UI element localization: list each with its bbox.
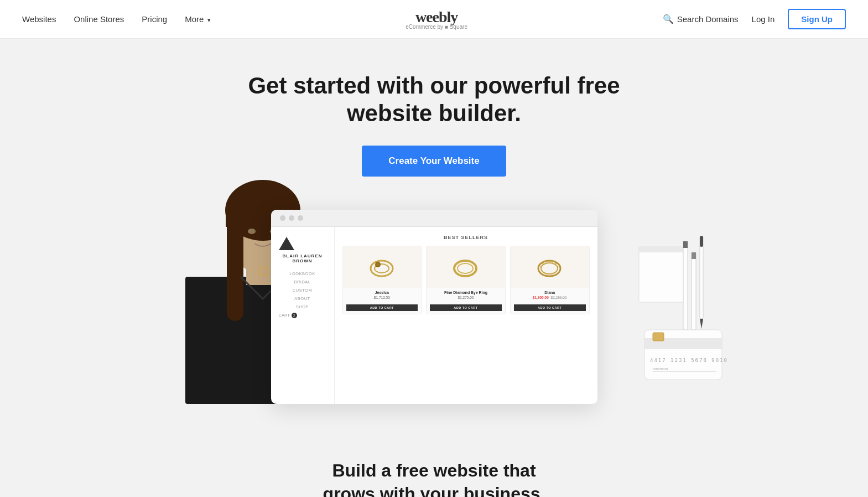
product-price-diana: $1,900.00 $2,299.00 — [514, 296, 586, 299]
svg-point-23 — [555, 262, 557, 264]
svg-text:mmmmm: mmmmm — [653, 366, 668, 371]
search-domains-button[interactable]: 🔍 Search Domains — [663, 14, 739, 24]
nav-left: Websites Online Stores Pricing More ▾ — [22, 14, 211, 24]
svg-text:4417  1231  5678  9010: 4417 1231 5678 9010 — [650, 358, 728, 363]
decorative-illustration: 4417 1231 5678 9010 mmmmm — [628, 236, 739, 393]
store-nav-shop[interactable]: SHOP — [279, 304, 326, 309]
svg-point-22 — [552, 261, 554, 262]
svg-point-24 — [557, 266, 559, 267]
browser-content: BLAIR LAUREN BROWN LOOKBOOK BRIDAL CUSTO… — [271, 227, 597, 404]
product-sale-price: $1,900.00 — [533, 296, 549, 299]
product-info-diana: Diana $1,900.00 $2,299.00 ADD TO CART — [511, 288, 589, 314]
store-logo: BLAIR LAUREN BROWN — [279, 237, 326, 263]
store-nav-custom[interactable]: CUSTOM — [279, 288, 326, 293]
hero-section: Get started with our powerful free websi… — [0, 39, 868, 432]
store-nav-lookbook[interactable]: LOOKBOOK — [279, 271, 326, 276]
product-image-diana — [511, 246, 589, 288]
svg-marker-34 — [700, 319, 703, 329]
store-name: BLAIR LAUREN BROWN — [279, 253, 326, 263]
product-card-diamond: Fine Diamond Eye Ring $1,275.00 ADD TO C… — [426, 246, 506, 314]
nav-right: 🔍 Search Domains Log In Sign Up — [663, 9, 846, 29]
svg-rect-35 — [700, 236, 703, 247]
nav-more[interactable]: More ▾ — [185, 14, 210, 24]
hero-headline: Get started with our powerful free websi… — [241, 72, 628, 128]
product-info-jessica: Jessica $1,712.50 ADD TO CART — [343, 288, 422, 314]
svg-point-20 — [545, 261, 547, 262]
nav-pricing[interactable]: Pricing — [142, 14, 167, 24]
create-website-button[interactable]: Create Your Website — [362, 146, 506, 177]
cart-count-badge: 2 — [292, 313, 297, 318]
svg-point-21 — [549, 260, 550, 262]
add-to-cart-diana[interactable]: ADD TO CART — [514, 304, 586, 311]
svg-point-18 — [540, 266, 542, 267]
logo-sub: eCommerce by ■ Square — [406, 24, 467, 30]
hero-visuals: BLAIR LAUREN BROWN LOOKBOOK BRIDAL CUSTO… — [11, 210, 857, 404]
product-image-jessica — [343, 246, 422, 288]
svg-point-17 — [541, 263, 558, 274]
svg-rect-27 — [683, 241, 688, 330]
svg-point-19 — [542, 262, 544, 264]
svg-point-13 — [376, 263, 380, 266]
product-info-diamond: Fine Diamond Eye Ring $1,275.00 ADD TO C… — [427, 288, 505, 314]
store-nav-about[interactable]: ABOUT — [279, 296, 326, 301]
add-to-cart-jessica[interactable]: ADD TO CART — [346, 304, 418, 311]
product-name-diamond: Fine Diamond Eye Ring — [430, 291, 502, 294]
chevron-down-icon: ▾ — [207, 17, 211, 23]
browser-titlebar — [271, 210, 597, 227]
products-grid: Jessica $1,712.50 ADD TO CART — [342, 246, 590, 314]
login-link[interactable]: Log In — [752, 14, 775, 24]
product-price-diamond: $1,275.00 — [430, 296, 502, 299]
search-icon: 🔍 — [663, 14, 674, 24]
product-card-jessica: Jessica $1,712.50 ADD TO CART — [342, 246, 422, 314]
navbar: Websites Online Stores Pricing More ▾ we… — [0, 0, 868, 39]
site-logo[interactable]: weebly eCommerce by ■ Square — [406, 8, 467, 30]
product-name-diana: Diana — [514, 291, 586, 294]
product-image-diamond — [427, 246, 505, 288]
svg-rect-33 — [700, 236, 703, 319]
best-sellers-title: BEST SELLERS — [342, 235, 590, 240]
store-nav-cart[interactable]: CART 2 — [279, 313, 326, 318]
svg-point-7 — [248, 229, 256, 234]
svg-rect-25 — [639, 247, 683, 302]
store-triangle-icon — [279, 237, 294, 250]
signup-button[interactable]: Sign Up — [788, 9, 846, 29]
product-original-price: $2,299.00 — [551, 296, 567, 299]
svg-rect-30 — [692, 252, 696, 330]
product-name-jessica: Jessica — [346, 291, 418, 294]
store-main: BEST SELLERS — [335, 227, 597, 404]
svg-rect-29 — [683, 241, 688, 248]
store-nav-bridal[interactable]: BRIDAL — [279, 279, 326, 284]
add-to-cart-diamond[interactable]: ADD TO CART — [430, 304, 502, 311]
store-sidebar: BLAIR LAUREN BROWN LOOKBOOK BRIDAL CUSTO… — [271, 227, 335, 404]
product-card-diana: Diana $1,900.00 $2,299.00 ADD TO CART — [510, 246, 590, 314]
svg-point-15 — [458, 263, 473, 273]
svg-rect-38 — [653, 333, 664, 341]
bottom-headline: Build a free website that grows with you… — [11, 459, 857, 497]
store-demo-browser: BLAIR LAUREN BROWN LOOKBOOK BRIDAL CUSTO… — [271, 210, 597, 404]
product-price-jessica: $1,712.50 — [346, 296, 418, 299]
bottom-section: Build a free website that grows with you… — [0, 432, 868, 497]
nav-websites[interactable]: Websites — [22, 14, 56, 24]
browser-dot-green — [298, 215, 303, 221]
svg-rect-32 — [692, 252, 696, 259]
browser-dot-red — [280, 215, 285, 221]
nav-online-stores[interactable]: Online Stores — [74, 14, 124, 24]
browser-dot-yellow — [289, 215, 294, 221]
svg-rect-26 — [639, 247, 683, 252]
